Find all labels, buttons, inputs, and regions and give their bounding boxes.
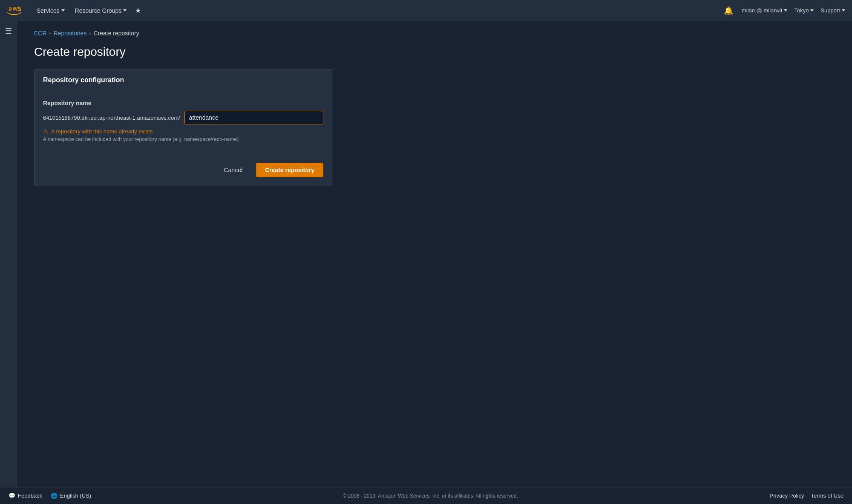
services-label: Services [37, 7, 60, 14]
support-label: Support [820, 7, 840, 14]
error-message: ⚠ A repository with this name already ex… [43, 128, 323, 135]
services-menu[interactable]: Services [32, 5, 69, 17]
sidebar-toggle[interactable]: ☰ [0, 21, 17, 487]
page-title: Create repository [34, 45, 835, 59]
globe-icon: 🌐 [51, 492, 58, 499]
breadcrumb-ecr-link[interactable]: ECR [34, 30, 47, 37]
repository-config-card: Repository configuration Repository name… [34, 69, 332, 186]
form-card-body: Repository name 641015188790.dkr.ecr.ap-… [35, 91, 332, 186]
footer-right: Privacy Policy Terms of Use [769, 492, 843, 499]
nav-left-group: Services Resource Groups ★ [32, 4, 722, 17]
user-label: milan @ milanvit [742, 7, 783, 14]
footer-copyright: © 2008 - 2019, Amazon Web Services, Inc.… [343, 493, 518, 499]
copyright-text: © 2008 - 2019, Amazon Web Services, Inc.… [343, 493, 518, 499]
language-selector[interactable]: 🌐 English (US) [51, 492, 91, 499]
warning-icon: ⚠ [43, 128, 49, 135]
feedback-label: Feedback [18, 492, 42, 499]
footer: 💬 Feedback 🌐 English (US) © 2008 - 2019,… [0, 487, 852, 504]
aws-logo[interactable] [7, 6, 24, 16]
footer-left: 💬 Feedback 🌐 English (US) [9, 492, 91, 499]
support-chevron-icon [842, 9, 845, 12]
user-chevron-icon [784, 9, 787, 12]
region-label: Tokyo [794, 7, 809, 14]
form-actions: Cancel Create repository [43, 156, 323, 177]
nav-right-group: 🔔 milan @ milanvit Tokyo Support [722, 4, 845, 17]
resource-groups-label: Resource Groups [75, 7, 122, 14]
language-label: English (US) [60, 492, 91, 499]
breadcrumb: ECR › Repositories › Create repository [34, 30, 835, 37]
form-card-title: Repository configuration [43, 76, 124, 84]
cancel-button[interactable]: Cancel [217, 163, 249, 177]
main-content: ECR › Repositories › Create repository C… [17, 21, 852, 487]
chat-icon: 💬 [9, 492, 15, 499]
resource-groups-chevron-icon [123, 9, 127, 12]
notifications-bell-icon[interactable]: 🔔 [722, 4, 735, 17]
region-chevron-icon [810, 9, 814, 12]
breadcrumb-sep-2: › [89, 30, 91, 36]
privacy-policy-link[interactable]: Privacy Policy [769, 492, 804, 499]
create-repository-button[interactable]: Create repository [256, 163, 323, 177]
services-chevron-icon [61, 9, 65, 12]
favorites-star-icon[interactable]: ★ [132, 4, 144, 17]
breadcrumb-current: Create repository [93, 30, 139, 37]
field-prefix: 641015188790.dkr.ecr.ap-northeast-1.amaz… [43, 111, 180, 122]
form-card-header: Repository configuration [35, 69, 332, 91]
field-label: Repository name [43, 100, 323, 107]
terms-of-use-link[interactable]: Terms of Use [811, 492, 843, 499]
feedback-link[interactable]: 💬 Feedback [9, 492, 42, 499]
field-row: 641015188790.dkr.ecr.ap-northeast-1.amaz… [43, 111, 323, 124]
hint-text: A namespace can be included with your re… [43, 136, 323, 142]
support-menu[interactable]: Support [820, 7, 845, 14]
repository-name-input[interactable] [184, 111, 323, 124]
error-text: A repository with this name already exis… [51, 128, 153, 135]
resource-groups-menu[interactable]: Resource Groups [71, 5, 131, 17]
breadcrumb-repositories-link[interactable]: Repositories [54, 30, 87, 37]
region-menu[interactable]: Tokyo [794, 7, 814, 14]
top-navigation: Services Resource Groups ★ 🔔 milan @ mil… [0, 0, 852, 21]
user-menu[interactable]: milan @ milanvit [742, 7, 788, 14]
body-area: ☰ ECR › Repositories › Create repository… [0, 21, 852, 487]
hamburger-icon[interactable]: ☰ [5, 26, 12, 487]
breadcrumb-sep-1: › [49, 30, 51, 36]
